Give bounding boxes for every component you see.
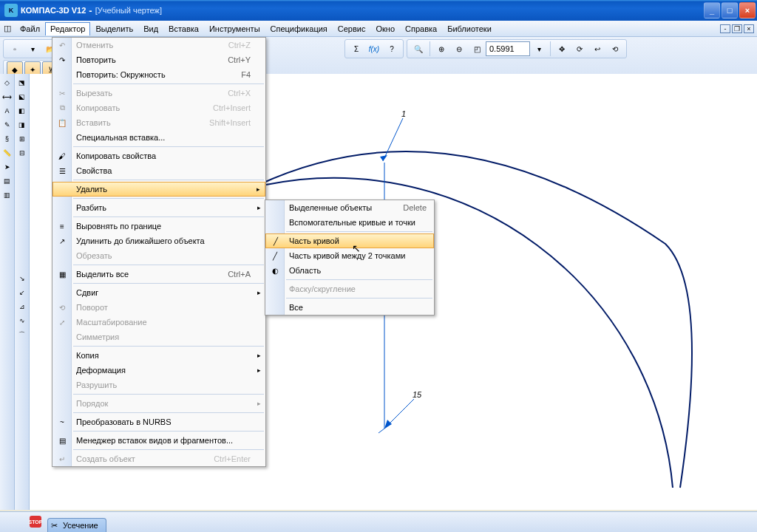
vt-measure-icon[interactable]: 📏 xyxy=(1,146,14,160)
window-maximize-button[interactable]: □ xyxy=(722,2,738,18)
rotate-view-icon[interactable]: ⟳ xyxy=(571,41,588,57)
vt-dim-icon[interactable]: ⟷ xyxy=(1,90,14,103)
editor-menu-label-24: Масштабирование xyxy=(76,318,147,327)
vt2-10-icon[interactable]: ∿ xyxy=(16,314,29,327)
editor-menu-icon-4: ✂ xyxy=(56,87,68,99)
editor-menu-item-35[interactable]: ▤Менеджер вставок видов и фрагментов... xyxy=(52,433,265,448)
delete-submenu-label-5: Область xyxy=(289,266,321,275)
vt2-11-icon[interactable]: ⌒ xyxy=(16,328,29,341)
editor-menu-item-6: 📋ВставитьShift+Insert xyxy=(52,115,265,130)
editor-menu-item-2[interactable]: Повторить: ОкружностьF4 xyxy=(52,67,265,82)
vt2-1-icon[interactable]: ⬔ xyxy=(16,76,29,89)
vt-geom-icon[interactable]: ◇ xyxy=(1,76,14,89)
zoom-in-icon[interactable]: ⊕ xyxy=(433,41,449,57)
operation-tab[interactable]: ✂ Усечение xyxy=(47,518,106,532)
mdi-minimize-button[interactable]: - xyxy=(720,24,730,33)
menu-insert[interactable]: Вставка xyxy=(163,22,204,35)
vt2-5-icon[interactable]: ⊞ xyxy=(16,132,29,146)
menu-window[interactable]: Окно xyxy=(370,22,400,35)
editor-menu-item-7[interactable]: Специальная вставка... xyxy=(52,130,265,145)
editor-menu-item-16[interactable]: ≡Выровнять по границе xyxy=(52,219,265,233)
editor-menu-item-28[interactable]: Деформация xyxy=(52,363,265,378)
menu-libs[interactable]: Библиотеки xyxy=(442,22,497,35)
editor-menu-label-10: Свойства xyxy=(76,166,112,175)
editor-menu-item-1[interactable]: ↷ПовторитьCtrl+Y xyxy=(52,52,265,67)
editor-menu-label-7: Специальная вставка... xyxy=(76,133,165,142)
stop-icon[interactable]: STOP xyxy=(30,516,41,528)
delete-submenu-label-4: Часть кривой между 2 точками xyxy=(289,251,405,260)
vt2-7-icon[interactable]: ↘ xyxy=(16,272,29,285)
vt2-9-icon[interactable]: ⊿ xyxy=(16,300,29,313)
vt-spec-icon[interactable]: ▤ xyxy=(1,174,14,188)
vt2-6-icon[interactable]: ⊟ xyxy=(16,146,29,160)
mdi-restore-button[interactable]: ❐ xyxy=(732,24,742,33)
menu-spec[interactable]: Спецификация xyxy=(265,22,333,35)
vt2-8-icon[interactable]: ↙ xyxy=(16,286,29,299)
editor-menu-shortcut-6: Shift+Insert xyxy=(209,118,251,127)
vt-select-icon[interactable]: ➤ xyxy=(1,160,14,174)
vt-edit-icon[interactable]: ✎ xyxy=(1,118,14,132)
editor-menu-item-9[interactable]: 🖌Копировать свойства xyxy=(52,149,265,163)
zoom-fit-icon[interactable]: 🔍 xyxy=(410,41,427,57)
editor-menu-shortcut-2: F4 xyxy=(241,70,251,79)
delete-submenu-item-1[interactable]: Вспомогательные кривые и точки xyxy=(265,215,434,230)
delete-submenu-item-3[interactable]: ╱Часть кривой xyxy=(265,233,434,248)
editor-menu-item-27[interactable]: Копия xyxy=(52,348,265,363)
window-close-button[interactable]: × xyxy=(739,2,756,18)
editor-menu-label-31: Порядок xyxy=(76,399,108,408)
delete-submenu-item-5[interactable]: ◐Область xyxy=(265,263,434,278)
vt2-4-icon[interactable]: ◨ xyxy=(16,118,29,132)
zoom-window-icon[interactable]: ◰ xyxy=(469,41,485,57)
delete-submenu-item-9[interactable]: Все xyxy=(265,300,434,315)
menu-help[interactable]: Справка xyxy=(400,22,442,35)
editor-menu-icon-0: ↶ xyxy=(56,39,68,51)
new-dropdown-button[interactable]: ▾ xyxy=(24,41,41,57)
vt-text-icon[interactable]: А xyxy=(1,104,14,117)
fx-icon[interactable]: f(x) xyxy=(366,41,382,57)
delete-submenu-icon-5: ◐ xyxy=(269,265,281,276)
editor-menu-item-14[interactable]: Разбить xyxy=(52,200,265,215)
mdi-close-button[interactable]: × xyxy=(744,24,754,33)
sigma-icon[interactable]: Σ xyxy=(348,41,364,57)
editor-menu-item-33[interactable]: ~Преобразовать в NURBS xyxy=(52,415,265,429)
editor-menu-shortcut-4: Ctrl+X xyxy=(228,89,251,98)
editor-menu-label-16: Выровнять по границе xyxy=(76,222,161,231)
menu-file[interactable]: Файл xyxy=(15,22,45,35)
redraw-icon[interactable]: ⟲ xyxy=(607,41,623,57)
zoom-value-input[interactable] xyxy=(486,41,530,56)
menu-select[interactable]: Выделить xyxy=(90,22,138,35)
vt2-2-icon[interactable]: ⬕ xyxy=(16,90,29,103)
vt-report-icon[interactable]: ▥ xyxy=(1,188,14,202)
menu-view[interactable]: Вид xyxy=(138,22,163,35)
prev-view-icon[interactable]: ↩ xyxy=(589,41,605,57)
editor-menu-item-12[interactable]: Удалить xyxy=(52,182,265,197)
operation-tab-label: Усечение xyxy=(63,521,98,530)
delete-submenu-item-4[interactable]: ╱Часть кривой между 2 точками xyxy=(265,248,434,263)
editor-menu-label-27: Копия xyxy=(76,351,99,360)
editor-menu-item-17[interactable]: ↗Удлинить до ближайшего объекта xyxy=(52,233,265,248)
vt2-3-icon[interactable]: ◧ xyxy=(16,104,29,117)
mdi-icon[interactable]: ◫ xyxy=(1,23,13,35)
pan-icon[interactable]: ✥ xyxy=(554,41,570,57)
editor-menu-item-20[interactable]: ▦Выделить всеCtrl+A xyxy=(52,267,265,282)
left-toolbar-1: ◇ ⟷ А ✎ § 📏 ➤ ▤ ▥ xyxy=(0,74,15,510)
zoom-out-icon[interactable]: ⊖ xyxy=(451,41,467,57)
vt-param-icon[interactable]: § xyxy=(1,132,14,146)
editor-menu-item-10[interactable]: ☰Свойства xyxy=(52,163,265,178)
menu-service[interactable]: Сервис xyxy=(333,22,371,35)
editor-menu-item-22[interactable]: Сдвиг xyxy=(52,285,265,300)
left-toolbar-2: ⬔ ⬕ ◧ ◨ ⊞ ⊟ ↘ ↙ ⊿ ∿ ⌒ xyxy=(15,74,30,510)
editor-menu-icon-6: 📋 xyxy=(56,117,68,129)
zoom-dropdown-button[interactable]: ▾ xyxy=(531,41,547,57)
menu-tools[interactable]: Инструменты xyxy=(204,22,265,35)
help-cursor-icon[interactable]: ? xyxy=(384,41,400,57)
delete-submenu-item-0[interactable]: Выделенные объектыDelete xyxy=(265,200,434,215)
new-button[interactable]: ▫ xyxy=(7,41,23,57)
editor-menu-label-6: Вставить xyxy=(76,118,111,127)
editor-menu-label-37: Создать объект xyxy=(76,454,135,463)
editor-menu-icon-37: ↵ xyxy=(56,453,68,465)
status-bar: STOP ✂ Усечение xyxy=(0,511,757,532)
editor-menu-label-5: Копировать xyxy=(76,103,120,112)
window-minimize-button[interactable]: _ xyxy=(704,2,720,18)
menu-editor[interactable]: Редактор xyxy=(45,22,90,35)
